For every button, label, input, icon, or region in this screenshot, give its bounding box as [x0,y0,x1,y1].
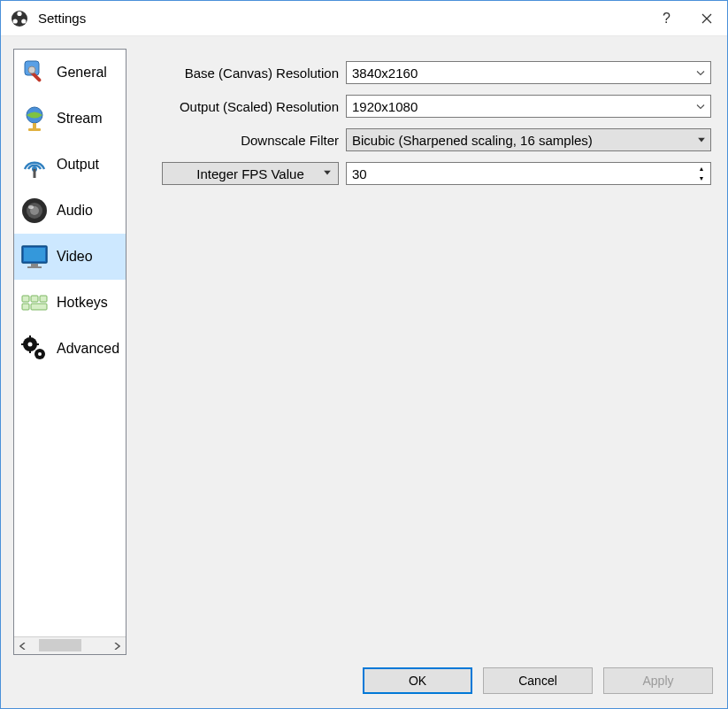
combo-fps-type[interactable]: Integer FPS Value [162,162,339,185]
combo-downscale-filter[interactable]: Bicubic (Sharpened scaling, 16 samples) [346,128,711,151]
svg-point-9 [28,66,35,73]
combo-value: 1920x1080 [352,99,418,114]
spin-down-icon[interactable]: ▼ [694,173,709,183]
sidebar-list: General Stream [14,50,126,636]
antenna-icon [18,148,51,181]
speaker-icon [18,194,51,227]
sidebar-item-stream[interactable]: Stream [14,96,126,142]
row-downscale-filter: Downscale Filter Bicubic (Sharpened scal… [139,127,711,153]
dialog-buttons: OK Cancel Apply [13,655,715,701]
svg-rect-14 [34,169,36,178]
svg-rect-22 [27,266,42,268]
ok-button[interactable]: OK [363,667,472,694]
combo-value: 3840x2160 [352,66,418,81]
combo-value: Bicubic (Sharpened scaling, 16 samples) [352,133,593,148]
svg-marker-37 [324,171,331,175]
chevron-down-icon [696,68,705,78]
spin-fps-value[interactable]: 30 ▲ ▼ [346,162,711,185]
svg-rect-32 [29,335,31,339]
button-label: Apply [642,674,673,688]
fps-type-wrapper: Integer FPS Value [139,162,346,185]
row-base-resolution: Base (Canvas) Resolution 3840x2160 [139,59,711,86]
sidebar-item-video[interactable]: Video [14,234,126,280]
client-area: General Stream [1,36,727,708]
content-panel: Base (Canvas) Resolution 3840x2160 Outpu… [135,49,715,655]
svg-rect-23 [22,296,29,302]
sidebar-item-label: Audio [57,203,93,219]
svg-point-2 [13,19,18,23]
row-fps: Integer FPS Value 30 ▲ ▼ [139,160,711,187]
spin-up-icon[interactable]: ▲ [694,164,709,173]
svg-marker-36 [698,138,705,143]
close-button[interactable] [686,1,727,36]
spin-value: 30 [352,166,367,181]
help-button[interactable]: ? [646,1,686,36]
svg-point-31 [38,352,42,356]
svg-text:?: ? [663,11,671,26]
svg-rect-21 [31,264,38,266]
combo-output-resolution[interactable]: 1920x1080 [346,95,711,118]
cancel-button[interactable]: Cancel [483,667,593,694]
sidebar: General Stream [13,49,126,655]
window-title: Settings [38,11,646,26]
sidebar-item-advanced[interactable]: Advanced [14,326,126,372]
sidebar-scrollbar[interactable] [14,636,126,654]
button-label: OK [409,674,426,688]
globe-icon [18,102,51,135]
svg-rect-11 [33,123,36,128]
svg-rect-26 [22,304,29,310]
chevron-down-icon [696,102,705,112]
spin-buttons: ▲ ▼ [694,164,709,183]
svg-rect-34 [21,343,25,345]
combo-base-resolution[interactable]: 3840x2160 [346,61,711,84]
app-icon [10,9,29,28]
gears-icon [18,332,51,366]
sidebar-item-label: Advanced [57,341,119,357]
svg-rect-35 [35,343,39,345]
sidebar-item-label: General [57,65,107,81]
svg-rect-12 [28,128,41,131]
monitor-icon [18,240,51,274]
label-output-resolution: Output (Scaled) Resolution [139,99,346,114]
svg-point-3 [21,19,26,23]
settings-window: Settings ? [0,0,728,709]
sidebar-item-hotkeys[interactable]: Hotkeys [14,280,126,326]
chevron-down-icon [324,170,331,178]
scroll-right-icon[interactable] [108,637,126,654]
svg-rect-20 [24,248,45,261]
keyboard-icon [18,286,51,320]
wrench-icon [18,56,51,89]
chevron-down-icon [698,135,705,145]
sidebar-item-audio[interactable]: Audio [14,188,126,234]
svg-point-29 [28,343,33,347]
row-output-resolution: Output (Scaled) Resolution 1920x1080 [139,93,711,119]
svg-point-1 [17,11,21,15]
label-base-resolution: Base (Canvas) Resolution [139,66,346,81]
svg-rect-27 [31,304,47,310]
svg-rect-33 [29,350,31,353]
titlebar: Settings ? [1,1,727,36]
apply-button: Apply [603,667,713,694]
combo-value: Integer FPS Value [196,166,303,181]
svg-rect-24 [31,296,38,302]
sidebar-item-label: Hotkeys [57,295,108,311]
sidebar-item-label: Stream [57,111,103,127]
main-row: General Stream [13,49,715,655]
svg-rect-25 [40,296,47,302]
sidebar-item-output[interactable]: Output [14,142,126,188]
scroll-thumb[interactable] [39,639,81,651]
scroll-left-icon[interactable] [14,637,32,654]
svg-point-18 [28,205,34,209]
sidebar-item-label: Output [57,157,99,173]
sidebar-item-label: Video [57,249,93,265]
sidebar-item-general[interactable]: General [14,50,126,96]
label-downscale-filter: Downscale Filter [139,133,346,148]
scroll-track[interactable] [32,637,108,654]
button-label: Cancel [518,674,557,688]
